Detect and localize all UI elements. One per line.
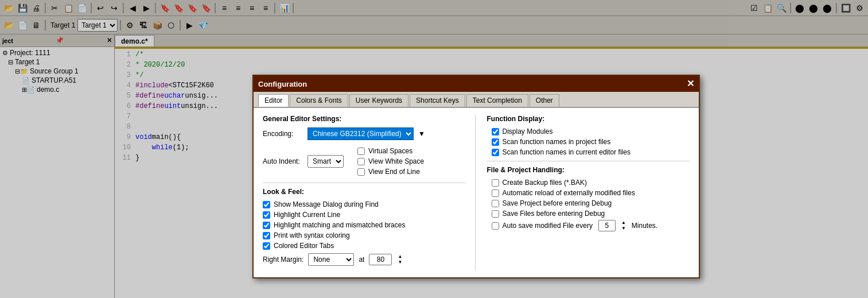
dialog-tab-shortcut-keys[interactable]: Shortcut Keys — [410, 94, 465, 107]
dot3-btn[interactable]: ⬤ — [821, 2, 834, 14]
auto-save-spinbox[interactable] — [598, 220, 616, 231]
dialog-tab-colors-fonts[interactable]: Colors & Fonts — [290, 94, 348, 107]
view-end-of-line-row: View End of Line — [357, 168, 424, 176]
sep6 — [274, 3, 275, 13]
virtual-spaces-checkbox[interactable] — [357, 148, 365, 155]
print-syntax-checkbox[interactable] — [263, 232, 270, 239]
sidebar-item-project[interactable]: ⚙ Project: 1111 — [1, 48, 113, 57]
auto-save-checkbox[interactable] — [492, 222, 499, 230]
show-message-checkbox[interactable] — [263, 201, 270, 208]
save-project-debug-checkbox[interactable] — [492, 200, 499, 207]
sidebar-item-demo[interactable]: ⊞📄 demo.c — [1, 85, 113, 94]
scan-project-checkbox[interactable] — [492, 138, 499, 146]
colored-editor-tabs-checkbox[interactable] — [263, 242, 270, 250]
dialog-left-panel: General Editor Settings: Encoding: Chine… — [263, 115, 476, 270]
open-btn[interactable]: 📂 — [2, 2, 15, 14]
bookmark3-btn[interactable]: 🔖 — [186, 2, 198, 14]
file-btn[interactable]: 📄 — [16, 19, 29, 32]
display-modules-checkbox[interactable] — [492, 128, 499, 136]
dialog-titlebar: Configuration ✕ — [254, 76, 699, 92]
build-all-btn[interactable]: 🏗 — [137, 19, 150, 32]
build-stop-btn[interactable]: ⬡ — [165, 19, 177, 32]
save-files-debug-checkbox[interactable] — [492, 210, 499, 218]
target-dropdown[interactable]: Target 1 — [77, 19, 118, 32]
display-modules-row: Display Modules — [492, 127, 690, 136]
paste-btn[interactable]: 📄 — [76, 2, 88, 14]
sep1 — [45, 3, 46, 13]
spinbox-down-arrow[interactable]: ▼ — [398, 260, 402, 265]
sep11 — [120, 20, 121, 30]
scan-project-label: Scan function names in project files — [503, 138, 611, 146]
dialog-tab-other[interactable]: Other — [530, 94, 559, 107]
redo-btn[interactable]: ↪ — [108, 2, 120, 14]
diamond-btn[interactable]: 💎 — [197, 19, 209, 32]
uncomment-btn[interactable]: ≡ — [259, 2, 272, 14]
highlight-braces-checkbox[interactable] — [263, 222, 270, 229]
spinbox-up-arrow[interactable]: ▲ — [398, 254, 402, 260]
pin-icon[interactable]: 📌 — [56, 37, 64, 44]
proj-btn[interactable]: 📂 — [2, 19, 15, 32]
highlight-line-checkbox[interactable] — [263, 211, 270, 219]
cut-btn[interactable]: ✂ — [48, 2, 61, 14]
build-translate-btn[interactable]: ⚙ — [123, 19, 136, 32]
dialog-tab-editor[interactable]: Editor — [258, 94, 289, 107]
encoding-label: Encoding: — [263, 130, 303, 138]
auto-indent-select[interactable]: Smart None Block — [308, 155, 344, 168]
undo-btn[interactable]: ↩ — [94, 2, 107, 14]
check-btn[interactable]: ☑ — [748, 2, 760, 14]
auto-indent-label: Auto Indent: — [263, 157, 303, 165]
forward-btn[interactable]: ▶ — [140, 2, 153, 14]
indent-btn[interactable]: ≡ — [218, 2, 231, 14]
dialog-tab-text-completion[interactable]: Text Completion — [466, 94, 528, 107]
view-white-space-checkbox[interactable] — [357, 158, 365, 165]
show-message-label: Show Message Dialog during Find — [274, 200, 379, 208]
chip-btn[interactable]: 🖥 — [30, 19, 42, 32]
sidebar-close-icon[interactable]: ✕ — [107, 37, 112, 44]
dot2-btn[interactable]: ⬤ — [807, 2, 820, 14]
auto-save-unit: Minutes. — [632, 222, 657, 230]
settings-btn[interactable]: ⚙ — [853, 2, 866, 14]
sidebar-item-source-group[interactable]: ⊟📁 Source Group 1 — [1, 67, 113, 76]
unindent-btn[interactable]: ≡ — [232, 2, 244, 14]
sidebar-item-target1[interactable]: ⊟ Target 1 — [1, 57, 113, 67]
copy-btn[interactable]: 📋 — [62, 2, 75, 14]
comment-btn[interactable]: ≡ — [246, 2, 258, 14]
save-project-debug-label: Save Project before entering Debug — [503, 199, 612, 207]
print-btn[interactable]: 🖨 — [30, 2, 42, 14]
bookmark4-btn[interactable]: 🔖 — [200, 2, 212, 14]
dialog-tab-user-keywords[interactable]: User Keywords — [349, 94, 408, 107]
scan-editor-checkbox[interactable] — [492, 149, 499, 156]
view-end-of-line-checkbox[interactable] — [357, 168, 365, 176]
highlight-line-label: Highlight Current Line — [274, 211, 340, 219]
extern-btn[interactable]: 📊 — [278, 2, 290, 14]
auto-save-up-arrow[interactable]: ▲ — [621, 220, 626, 226]
debug-btn[interactable]: ▶ — [183, 19, 196, 32]
create-backup-checkbox[interactable] — [492, 179, 499, 187]
file-c-icon: ⊞📄 — [22, 86, 35, 94]
function-display-section: Display Modules Scan function names in p… — [492, 127, 690, 156]
copy2-btn[interactable]: 📋 — [761, 2, 774, 14]
sep12 — [180, 20, 181, 30]
auto-reload-checkbox[interactable] — [492, 189, 499, 197]
highlight-braces-row: Highlight matching and mismatched braces — [263, 221, 466, 229]
right-margin-select[interactable]: None Line — [308, 253, 354, 266]
sidebar-tree: ⚙ Project: 1111 ⊟ Target 1 ⊟📁 Source Gro… — [0, 47, 114, 95]
dot1-btn[interactable]: ⬤ — [793, 2, 806, 14]
grid-btn[interactable]: 🔲 — [839, 2, 852, 14]
auto-save-down-arrow[interactable]: ▼ — [621, 226, 626, 231]
save-files-debug-label: Save Files before entering Debug — [503, 210, 605, 218]
save-btn[interactable]: 💾 — [16, 2, 29, 14]
bookmark1-btn[interactable]: 🔖 — [158, 2, 171, 14]
bookmark2-btn[interactable]: 🔖 — [172, 2, 185, 14]
sidebar-item-startup[interactable]: 📄 STARTUP.A51 — [1, 76, 113, 85]
right-margin-spinbox[interactable] — [369, 254, 392, 265]
dialog-close-btn[interactable]: ✕ — [687, 79, 694, 88]
back-btn[interactable]: ◀ — [126, 2, 139, 14]
file-project-section: Create Backup files (*.BAK) Automatic re… — [492, 179, 690, 231]
build-target-btn[interactable]: 📦 — [151, 19, 164, 32]
dialog-title: Configuration — [258, 80, 307, 88]
find-btn[interactable]: 🔍 — [775, 2, 788, 14]
spinbox-arrows: ▲ ▼ — [398, 254, 402, 265]
encoding-select[interactable]: Chinese GB2312 (Simplified) — [308, 127, 414, 140]
tab-demo-c[interactable]: demo.c* — [115, 35, 154, 47]
